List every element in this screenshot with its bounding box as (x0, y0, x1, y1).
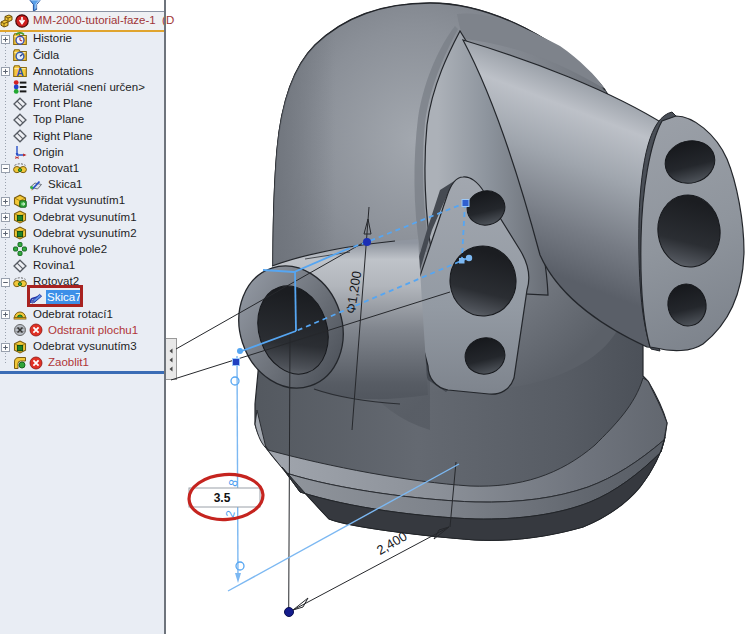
svg-text:3.5: 3.5 (214, 491, 231, 505)
svg-text:8: 8 (226, 478, 241, 488)
svg-text:2,400: 2,400 (374, 528, 410, 557)
